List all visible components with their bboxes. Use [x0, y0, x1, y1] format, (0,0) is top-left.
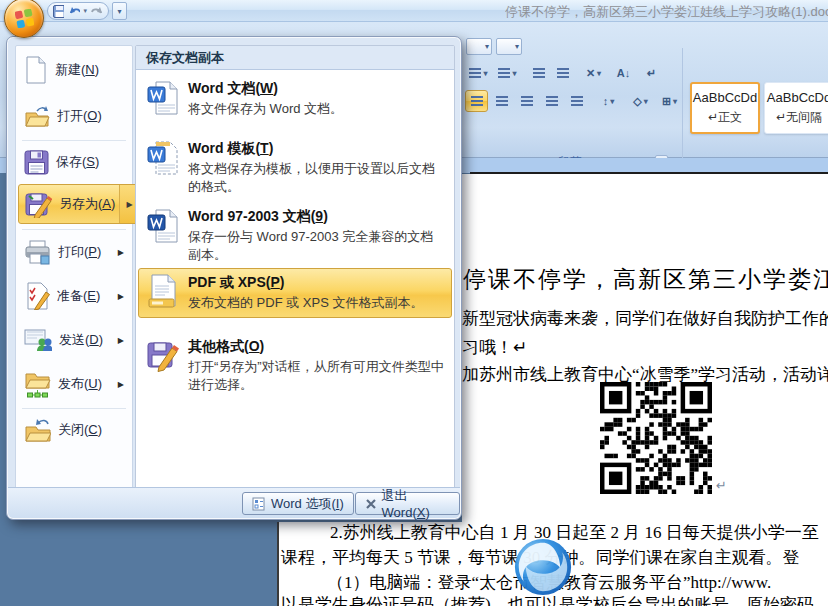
menu-item-prepare[interactable]: 准备(E) ▶ — [18, 276, 130, 316]
submenu-arrow-icon: ▶ — [118, 248, 124, 257]
new-document-icon — [24, 56, 48, 84]
submenu-item-word-template[interactable]: Word 模板(T) 将文档保存为模板，以便用于设置以后文档的格式。 — [138, 134, 452, 202]
menu-separator — [22, 229, 126, 230]
paragraph-mark: ↵ — [716, 478, 727, 494]
close-document-icon — [24, 417, 51, 443]
customize-qat-dropdown[interactable]: ▾ — [112, 2, 127, 20]
menu-item-print[interactable]: 打印(P) ▶ — [18, 232, 130, 272]
justify-icon — [546, 96, 558, 106]
borders-icon: ⊞ — [662, 95, 671, 108]
chevron-down-icon: ▾ — [515, 42, 519, 51]
save-icon[interactable] — [53, 5, 64, 18]
style-set-dropdown[interactable]: ▾ — [466, 38, 492, 55]
submenu-header: 保存文档副本 — [136, 46, 454, 70]
office-menu-footer: Word 选项(I) 退出 Word(X) — [8, 487, 460, 518]
menu-item-save-as[interactable]: 另存为(A) ▶ — [18, 184, 140, 224]
submenu-arrow-icon: ▶ — [118, 292, 124, 301]
qr-code — [600, 382, 712, 494]
multilevel-list-button[interactable]: ▾ — [494, 62, 521, 84]
pilcrow-icon: ↵ — [647, 67, 656, 80]
show-marks-button[interactable]: ↵ — [640, 62, 663, 84]
word-97-2003-icon — [147, 208, 179, 244]
chevron-down-icon: ▾ — [483, 69, 487, 78]
chevron-down-icon: ▾ — [597, 69, 601, 78]
menu-item-publish[interactable]: 发布(U) ▶ — [18, 364, 130, 404]
chevron-down-icon: ▾ — [117, 7, 121, 16]
style-normal[interactable]: AaBbCcDd ↵正文 — [690, 82, 760, 134]
menu-item-save[interactable]: 保存(S) — [18, 142, 130, 182]
close-x-icon — [365, 498, 376, 510]
office-menu-left-column: 新建(N) 打开(O) 保存(S) 另存为(A) ▶ 打印(P) ▶ — [15, 45, 133, 491]
prepare-icon — [24, 282, 50, 310]
align-left-icon — [471, 96, 483, 106]
chevron-down-icon[interactable]: ▾ — [83, 7, 87, 15]
print-icon — [24, 240, 51, 265]
shading-button[interactable]: ◇▾ — [627, 90, 654, 112]
distribute-button[interactable] — [565, 90, 588, 112]
office-menu: 新建(N) 打开(O) 保存(S) 另存为(A) ▶ 打印(P) ▶ — [6, 36, 462, 520]
justify-button[interactable] — [540, 90, 563, 112]
quick-access-toolbar: ▾ — [47, 2, 109, 20]
word-options-button[interactable]: Word 选项(I) — [242, 492, 354, 515]
line-spacing-icon: ↕ — [603, 95, 609, 107]
document-line: 2.苏州线上教育中心自 1 月 30 日起至 2 月 16 日每天提供小学一至 — [330, 521, 819, 544]
save-as-icon — [25, 191, 52, 218]
style-name: ↵正文 — [708, 109, 742, 126]
submenu-arrow-icon: ▶ — [118, 380, 124, 389]
chevron-down-icon: ▾ — [644, 97, 648, 106]
align-left-button[interactable] — [465, 90, 488, 112]
exit-word-button[interactable]: 退出 Word(X) — [355, 492, 460, 515]
borders-button[interactable]: ⊞▾ — [656, 90, 683, 112]
submenu-item-other-formats[interactable]: 其他格式(O) 打开“另存为”对话框，从所有可用文件类型中进行选择。 — [138, 332, 452, 400]
save-icon — [24, 150, 49, 175]
undo-icon[interactable] — [67, 5, 80, 17]
send-icon — [24, 328, 52, 352]
change-styles-dropdown[interactable]: ▾ — [496, 38, 522, 55]
menu-item-close-document[interactable]: 关闭(C) — [18, 410, 130, 450]
style-no-spacing[interactable]: AaBbCcDd ↵无间隔 — [764, 82, 828, 134]
sort-button[interactable]: A↓ — [612, 62, 635, 84]
chevron-down-icon: ▾ — [610, 97, 614, 106]
align-center-icon — [496, 96, 508, 106]
group-separator — [682, 48, 683, 174]
submenu-item-word-97-2003[interactable]: Word 97-2003 文档(9) 保存一份与 Word 97-2003 完全… — [138, 202, 452, 270]
style-sample: AaBbCcDd — [767, 90, 828, 105]
line-spacing-button[interactable]: ↕▾ — [594, 90, 623, 112]
shading-icon: ◇ — [633, 95, 641, 108]
decrease-indent-button[interactable] — [527, 62, 550, 84]
word-document-icon — [147, 80, 179, 116]
list-icon — [498, 68, 510, 78]
asian-layout-button[interactable]: ✕▾ — [580, 62, 607, 84]
decrease-indent-icon — [533, 68, 545, 78]
increase-indent-button[interactable] — [551, 62, 574, 84]
chevron-down-icon: ▾ — [673, 97, 677, 106]
menu-item-open[interactable]: 打开(O) — [18, 96, 130, 136]
publish-icon — [24, 370, 51, 398]
word-options-icon — [252, 497, 265, 511]
submenu-arrow-icon: ▶ — [118, 336, 124, 345]
document-line: 习哦！↵ — [462, 336, 527, 359]
redo-icon[interactable] — [90, 5, 103, 17]
align-center-button[interactable] — [490, 90, 513, 112]
window-title: 停课不停学，高新区第三小学娄江娃线上学习攻略(1).docx - Micr — [505, 3, 828, 21]
word-template-icon — [147, 140, 179, 176]
style-name: ↵无间隔 — [776, 109, 822, 126]
pdf-xps-icon — [147, 274, 179, 310]
office-logo-icon — [15, 9, 34, 28]
numbered-list-button[interactable]: ▾ — [465, 62, 492, 84]
distribute-icon — [571, 96, 583, 106]
style-sample: AaBbCcDd — [693, 90, 757, 105]
menu-item-send[interactable]: 发送(D) ▶ — [18, 320, 130, 360]
asian-layout-icon: ✕ — [586, 67, 595, 80]
chevron-down-icon: ▾ — [485, 42, 489, 51]
list-icon — [469, 68, 481, 78]
sort-icon: A↓ — [617, 67, 630, 79]
save-as-submenu: 保存文档副本 Word 文档(W) 将文件保存为 Word 文档。 Word 模… — [135, 45, 455, 491]
menu-separator — [22, 140, 126, 141]
align-right-button[interactable] — [515, 90, 538, 112]
open-folder-icon — [24, 104, 50, 128]
submenu-item-word-document[interactable]: Word 文档(W) 将文件保存为 Word 文档。 — [138, 74, 452, 124]
submenu-item-pdf-xps[interactable]: PDF 或 XPS(P) 发布文档的 PDF 或 XPS 文件格式副本。 — [138, 268, 452, 318]
menu-item-new[interactable]: 新建(N) — [18, 50, 130, 90]
document-line: 新型冠状病毒来袭，同学们在做好自我防护工作的同时，可以 — [462, 307, 828, 330]
